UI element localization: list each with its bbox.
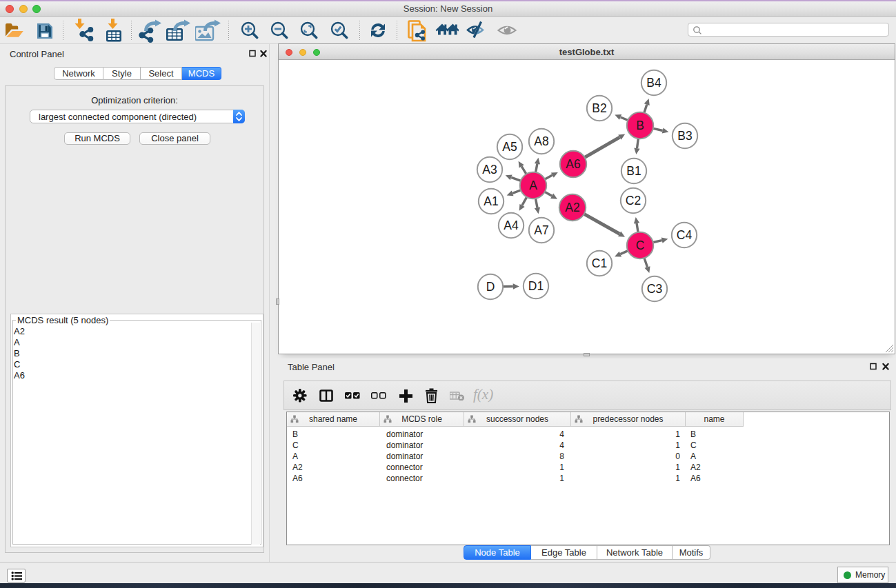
svg-text:B3: B3: [677, 129, 692, 143]
svg-text:B1: B1: [626, 164, 641, 178]
svg-text:D1: D1: [528, 279, 544, 293]
svg-text:C: C: [636, 239, 645, 252]
svg-text:A6: A6: [566, 157, 580, 171]
svg-text:D: D: [486, 280, 495, 294]
svg-text:A: A: [529, 179, 537, 192]
svg-text:A5: A5: [502, 140, 517, 154]
svg-text:A2: A2: [565, 201, 579, 214]
svg-text:A3: A3: [482, 163, 497, 176]
svg-text:A4: A4: [504, 219, 519, 232]
svg-text:B4: B4: [646, 76, 661, 90]
svg-text:C4: C4: [677, 228, 693, 242]
svg-text:A7: A7: [534, 223, 548, 237]
svg-text:C2: C2: [626, 194, 641, 207]
svg-text:A1: A1: [484, 194, 498, 208]
svg-text:B: B: [636, 119, 644, 132]
svg-text:A8: A8: [534, 134, 548, 148]
svg-text:C3: C3: [647, 282, 662, 296]
svg-text:C1: C1: [592, 256, 607, 270]
svg-text:B2: B2: [592, 101, 606, 115]
